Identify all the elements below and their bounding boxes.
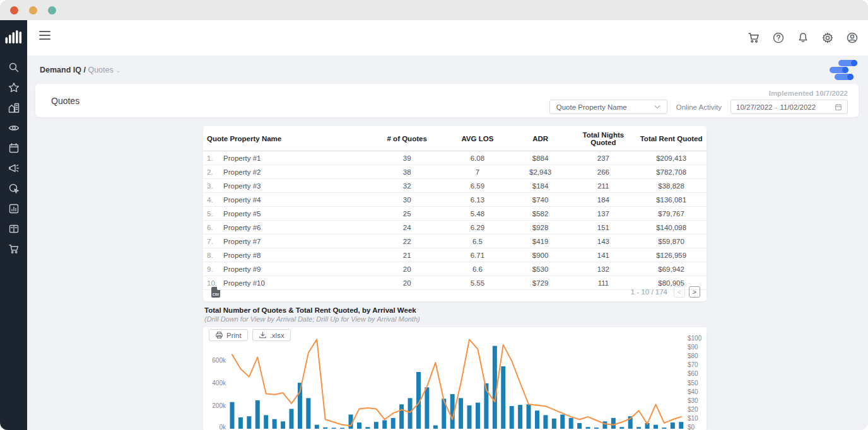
bar[interactable] <box>433 426 438 429</box>
bar[interactable] <box>560 415 565 429</box>
bar[interactable] <box>357 422 361 429</box>
bar[interactable] <box>501 366 505 429</box>
bar[interactable] <box>273 419 277 429</box>
pagination-next-button[interactable]: > <box>689 286 700 298</box>
bar[interactable] <box>230 402 235 429</box>
right-axis-tick: $0 <box>688 424 695 430</box>
column-header[interactable]: AVG LOS <box>445 126 510 151</box>
property-name-cell: 9.Property #9 <box>203 262 369 276</box>
sidebar-item-calendar[interactable] <box>0 138 27 158</box>
sidebar-item-reports[interactable] <box>0 199 27 219</box>
bar[interactable] <box>374 422 378 429</box>
rent-cell: $209,413 <box>636 151 707 165</box>
menu-toggle-button[interactable] <box>39 31 50 40</box>
bar[interactable] <box>594 427 599 429</box>
bar[interactable] <box>255 400 260 429</box>
table-row[interactable]: 2.Property #2387$2,943266$782,708 <box>203 165 707 179</box>
bar[interactable] <box>586 427 590 429</box>
online-activity-label: Online Activity <box>676 103 722 111</box>
right-axis-tick: $90 <box>688 344 698 351</box>
topbar-notifications-button[interactable] <box>795 30 811 46</box>
date-range-picker[interactable]: 10/27/2022-11/02/2022 <box>730 100 848 114</box>
table-row[interactable]: 8.Property #8216.71$900141$126,959 <box>203 248 707 262</box>
sidebar-item-favorites[interactable] <box>0 78 27 98</box>
sidebar-item-overview[interactable] <box>0 118 27 138</box>
bar[interactable] <box>467 405 472 429</box>
breadcrumb-page-dropdown[interactable]: Quotes ⌄ <box>88 66 120 74</box>
property-name-cell: 3.Property #3 <box>203 179 369 193</box>
bar[interactable] <box>671 422 675 429</box>
cart-icon <box>8 243 20 255</box>
implemented-note: Implemented 10/7/2022 <box>769 90 848 97</box>
bar[interactable] <box>577 423 582 429</box>
bar[interactable] <box>611 418 616 429</box>
quotes-combo-chart[interactable]: 0k200k400k600k$0$10$20$30$40$50$60$70$80… <box>203 327 707 430</box>
sidebar-item-cards[interactable] <box>0 219 27 239</box>
column-header[interactable]: ADR <box>510 126 571 151</box>
minimize-window-button[interactable] <box>29 6 37 15</box>
sidebar-item-search[interactable] <box>0 57 27 78</box>
bar[interactable] <box>425 387 429 429</box>
bar[interactable] <box>238 417 243 429</box>
bar[interactable] <box>340 428 344 429</box>
table-row[interactable]: 4.Property #4306.13$740184$136,081 <box>203 193 707 207</box>
bar[interactable] <box>264 415 268 429</box>
column-header[interactable]: Total Nights Quoted <box>571 126 636 151</box>
bar[interactable] <box>569 418 573 429</box>
account-icon <box>846 32 859 44</box>
bar[interactable] <box>654 425 658 429</box>
export-xlsx-button[interactable]: .xlsx <box>252 329 291 341</box>
bar[interactable] <box>662 427 666 429</box>
bar[interactable] <box>332 428 336 429</box>
bar[interactable] <box>247 416 251 429</box>
bar[interactable] <box>602 421 607 429</box>
export-csv-button[interactable]: CSV <box>211 287 220 298</box>
bar[interactable] <box>679 422 683 429</box>
bar[interactable] <box>323 427 327 429</box>
table-row[interactable]: 1.Property #1396.08$884237$209,413 <box>203 151 707 165</box>
sidebar-item-click-insights[interactable] <box>0 178 27 199</box>
bar[interactable] <box>459 398 463 429</box>
zoom-window-button[interactable] <box>48 6 56 15</box>
topbar-account-button[interactable] <box>844 30 860 46</box>
table-row[interactable]: 3.Property #3326.59$184211$38,828 <box>203 179 707 193</box>
bar[interactable] <box>382 421 387 429</box>
bar[interactable] <box>399 404 404 429</box>
bar[interactable] <box>306 398 310 429</box>
bar[interactable] <box>527 404 531 429</box>
bar[interactable] <box>510 406 514 429</box>
sidebar-item-properties[interactable] <box>0 98 27 118</box>
bell-icon <box>797 32 809 44</box>
eye-icon <box>8 122 20 134</box>
print-button[interactable]: Print <box>209 329 248 341</box>
bar[interactable] <box>365 427 370 429</box>
bar[interactable] <box>315 425 319 429</box>
topbar-settings-button[interactable] <box>819 30 836 46</box>
sidebar-item-cart[interactable] <box>0 239 27 259</box>
bar[interactable] <box>543 415 548 429</box>
bar[interactable] <box>552 419 556 429</box>
sidebar-item-announcements[interactable] <box>0 158 27 178</box>
column-header[interactable]: Total Rent Quoted <box>636 126 707 151</box>
bar[interactable] <box>535 410 539 429</box>
topbar-help-button[interactable] <box>770 30 787 46</box>
bar[interactable] <box>408 398 413 429</box>
pagination-prev-button[interactable]: < <box>674 286 685 298</box>
bar[interactable] <box>391 418 396 429</box>
quote-property-name-dropdown[interactable]: Quote Property Name <box>549 100 667 114</box>
bar[interactable] <box>281 421 285 429</box>
topbar-cart-button[interactable] <box>746 30 762 46</box>
table-row[interactable]: 9.Property #9206.6$530132$69,942 <box>203 262 707 276</box>
table-row[interactable]: 5.Property #5255.48$582137$79,767 <box>203 207 707 221</box>
table-row[interactable]: 7.Property #7226.5$419143$59,870 <box>203 235 707 248</box>
bar[interactable] <box>518 405 522 429</box>
bar[interactable] <box>636 427 641 429</box>
property-name-cell: 7.Property #7 <box>203 235 369 248</box>
column-header[interactable]: # of Quotes <box>369 126 445 151</box>
column-header[interactable]: Quote Property Name <box>203 126 369 151</box>
table-row[interactable]: 6.Property #6246.29$928151$140,098 <box>203 221 707 235</box>
close-window-button[interactable] <box>10 6 18 15</box>
bar[interactable] <box>476 403 480 429</box>
bar[interactable] <box>290 409 294 429</box>
bar[interactable] <box>619 427 624 429</box>
